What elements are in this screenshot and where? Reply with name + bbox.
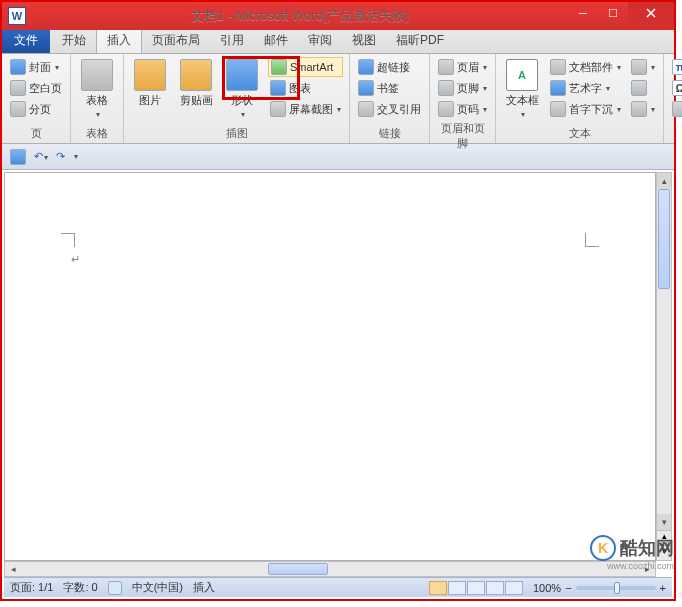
- wordart-button[interactable]: 艺术字▾: [548, 78, 623, 98]
- watermark-url: www.coozhi.com: [607, 561, 674, 571]
- hyperlink-label: 超链接: [377, 60, 410, 75]
- close-button[interactable]: [628, 2, 674, 24]
- number-button[interactable]: 编号: [670, 99, 682, 119]
- document-area[interactable]: ↵: [4, 172, 656, 561]
- table-icon: [81, 59, 113, 91]
- footer-button[interactable]: 页脚▾: [436, 78, 489, 98]
- status-page[interactable]: 页面: 1/1: [10, 580, 53, 595]
- titlebar: W 文档1 - Microsoft Word(产品激活失败) ─ ☐: [2, 2, 674, 30]
- tab-references[interactable]: 引用: [210, 28, 254, 53]
- quick-access-toolbar: ↶▾ ↷ ▾: [2, 144, 674, 170]
- group-text: A文本框▾ 文档部件▾ 艺术字▾ 首字下沉▾ ▾ ▾ 文本: [496, 54, 664, 143]
- quickparts-button[interactable]: 文档部件▾: [548, 57, 623, 77]
- table-label: 表格: [86, 93, 108, 108]
- group-pages: 封面▾ 空白页 分页 页: [2, 54, 71, 143]
- view-print-layout[interactable]: [429, 581, 447, 595]
- tab-file[interactable]: 文件: [2, 28, 50, 53]
- tab-view[interactable]: 视图: [342, 28, 386, 53]
- view-web[interactable]: [467, 581, 485, 595]
- tab-review[interactable]: 审阅: [298, 28, 342, 53]
- header-icon: [438, 59, 454, 75]
- watermark-logo: K: [590, 535, 616, 561]
- object-button[interactable]: ▾: [629, 99, 657, 119]
- signature-button[interactable]: ▾: [629, 57, 657, 77]
- view-fullscreen[interactable]: [448, 581, 466, 595]
- status-words[interactable]: 字数: 0: [63, 580, 97, 595]
- spellcheck-icon[interactable]: [108, 581, 122, 595]
- zoom-controls: 100% − +: [533, 582, 666, 594]
- page-break-button[interactable]: 分页: [8, 99, 64, 119]
- scroll-down-button[interactable]: ▾: [657, 514, 671, 530]
- horizontal-scrollbar[interactable]: ◂ ▸: [4, 561, 656, 577]
- textbox-button[interactable]: A文本框▾: [502, 57, 542, 124]
- margin-corner-tl: [61, 233, 75, 247]
- redo-button[interactable]: ↷: [56, 150, 65, 163]
- group-tables: 表格▾ 表格: [71, 54, 124, 143]
- status-bar: 页面: 1/1 字数: 0 中文(中国) 插入 100% − +: [4, 577, 672, 597]
- dropcap-label: 首字下沉: [569, 102, 613, 117]
- smartart-button[interactable]: SmartArt: [268, 57, 343, 77]
- group-links-label: 链接: [356, 124, 423, 143]
- cover-page-button[interactable]: 封面▾: [8, 57, 64, 77]
- maximize-button[interactable]: ☐: [598, 2, 628, 24]
- crossref-icon: [358, 101, 374, 117]
- header-label: 页眉: [457, 60, 479, 75]
- header-button[interactable]: 页眉▾: [436, 57, 489, 77]
- zoom-percent[interactable]: 100%: [533, 582, 561, 594]
- equation-button[interactable]: π公式▾: [670, 57, 682, 77]
- hscroll-thumb[interactable]: [268, 563, 328, 575]
- shapes-button[interactable]: 形状▾: [222, 57, 262, 124]
- zoom-out-button[interactable]: −: [565, 582, 571, 594]
- pagenum-button[interactable]: 页码▾: [436, 99, 489, 119]
- bookmark-label: 书签: [377, 81, 399, 96]
- chart-button[interactable]: 图表: [268, 78, 343, 98]
- undo-button[interactable]: ↶▾: [34, 150, 48, 163]
- group-symbols-label: 符号: [670, 124, 682, 143]
- wordart-icon: [550, 80, 566, 96]
- smartart-icon: [271, 59, 287, 75]
- status-language[interactable]: 中文(中国): [132, 580, 183, 595]
- zoom-slider[interactable]: [576, 586, 656, 590]
- screenshot-label: 屏幕截图: [289, 102, 333, 117]
- bookmark-button[interactable]: 书签: [356, 78, 423, 98]
- screenshot-button[interactable]: 屏幕截图▾: [268, 99, 343, 119]
- symbol-button[interactable]: Ω符号▾: [670, 78, 682, 98]
- watermark: K 酷知网 www.coozhi.com: [590, 535, 674, 561]
- group-illustrations: 图片 剪贴画 形状▾ SmartArt 图表 屏幕截图▾ 插图: [124, 54, 350, 143]
- scroll-up-button[interactable]: ▴: [657, 173, 671, 189]
- zoom-in-button[interactable]: +: [660, 582, 666, 594]
- qat-customize[interactable]: ▾: [74, 152, 78, 161]
- screenshot-icon: [270, 101, 286, 117]
- dropcap-button[interactable]: 首字下沉▾: [548, 99, 623, 119]
- number-icon: [672, 101, 682, 117]
- chart-icon: [270, 80, 286, 96]
- pagenum-icon: [438, 101, 454, 117]
- page-break-label: 分页: [29, 102, 51, 117]
- tab-home[interactable]: 开始: [52, 28, 96, 53]
- table-button[interactable]: 表格▾: [77, 57, 117, 124]
- document-page: ↵: [17, 179, 643, 554]
- shapes-icon: [226, 59, 258, 91]
- minimize-button[interactable]: ─: [568, 2, 598, 24]
- vscroll-thumb[interactable]: [658, 189, 670, 289]
- status-mode[interactable]: 插入: [193, 580, 215, 595]
- view-draft[interactable]: [505, 581, 523, 595]
- zoom-slider-thumb[interactable]: [614, 582, 620, 594]
- tab-insert[interactable]: 插入: [96, 27, 142, 53]
- footer-label: 页脚: [457, 81, 479, 96]
- blank-page-button[interactable]: 空白页: [8, 78, 64, 98]
- scroll-left-button[interactable]: ◂: [5, 564, 21, 574]
- datetime-button[interactable]: [629, 78, 657, 98]
- clipart-button[interactable]: 剪贴画: [176, 57, 216, 124]
- tab-layout[interactable]: 页面布局: [142, 28, 210, 53]
- tab-foxit-pdf[interactable]: 福昕PDF: [386, 28, 454, 53]
- picture-button[interactable]: 图片: [130, 57, 170, 124]
- crossref-button[interactable]: 交叉引用: [356, 99, 423, 119]
- hyperlink-button[interactable]: 超链接: [356, 57, 423, 77]
- watermark-text: 酷知网: [620, 536, 674, 560]
- dropcap-icon: [550, 101, 566, 117]
- tab-mailings[interactable]: 邮件: [254, 28, 298, 53]
- view-outline[interactable]: [486, 581, 504, 595]
- vertical-scrollbar[interactable]: ▴ ▾ ▴ ▾: [656, 172, 672, 561]
- save-icon[interactable]: [10, 149, 26, 165]
